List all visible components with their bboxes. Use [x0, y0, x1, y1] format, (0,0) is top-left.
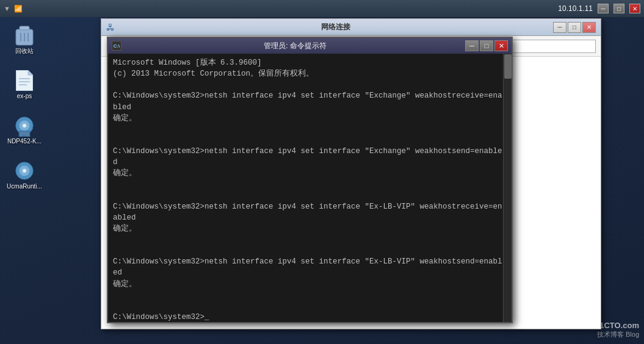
cmd-output: Microsoft Windows [版本 6.3.9600] (c) 2013…: [113, 57, 507, 322]
cmd-close-button[interactable]: ✕: [494, 40, 508, 51]
net-window-buttons: ─ □ ✕: [553, 22, 596, 33]
svg-marker-6: [28, 70, 33, 75]
desktop: ▼ 📶 10.10.1.11 ─ □ ✕ 回收站: [0, 0, 644, 344]
net-minimize-button[interactable]: ─: [553, 22, 566, 33]
net-maximize-button[interactable]: □: [568, 22, 581, 33]
net-window-title: 网络连接: [118, 22, 553, 32]
signal-icon: 📶: [14, 5, 23, 13]
svg-point-13: [24, 125, 26, 127]
top-maximize-button[interactable]: □: [613, 4, 624, 13]
ndp452-label: NDP452-K...: [7, 138, 42, 145]
cmd-titlebar: C:\ 管理员: 命令提示符 ─ □ ✕: [108, 38, 512, 54]
top-minimize-button[interactable]: ─: [598, 4, 609, 13]
cmd-scrollbar[interactable]: [503, 54, 512, 322]
cmd-body: Microsoft Windows [版本 6.3.9600] (c) 2013…: [108, 54, 512, 322]
net-window-icon: 🖧: [106, 23, 115, 32]
svg-rect-1: [20, 26, 29, 30]
watermark-line2: 技术博客 Blog: [595, 330, 639, 339]
ucmarunti-label: UcmaRunti...: [7, 183, 42, 190]
taskbar-top: ▼ 📶 10.10.1.11 ─ □ ✕: [0, 0, 644, 17]
cmd-title: 管理员: 命令提示符: [125, 41, 465, 51]
recycle-bin-icon[interactable]: 回收站: [3, 23, 46, 57]
cmd-minimize-button[interactable]: ─: [465, 40, 479, 51]
ucmarunti-icon[interactable]: UcmaRunti...: [3, 159, 46, 193]
desktop-icon-area: 回收站 ex-ps: [0, 17, 49, 199]
net-window-titlebar: 🖧 网络连接 ─ □ ✕: [101, 19, 601, 36]
cmd-window: C:\ 管理员: 命令提示符 ─ □ ✕ Microsoft Windows […: [107, 37, 513, 323]
cmd-window-buttons: ─ □ ✕: [465, 40, 508, 51]
net-search-box[interactable]: 🔍: [498, 40, 596, 53]
ip-address: 10.10.1.11: [558, 4, 593, 13]
cmd-icon: C:\: [112, 41, 121, 51]
top-close-button[interactable]: ✕: [629, 4, 640, 13]
ex-ps-icon[interactable]: ex-ps: [3, 68, 46, 102]
svg-point-19: [24, 170, 26, 172]
watermark: 51CTO.com 技术博客 Blog: [595, 321, 639, 339]
ndp452-icon[interactable]: NDP452-K...: [3, 113, 46, 148]
recycle-bin-label: 回收站: [15, 48, 34, 55]
watermark-line1: 51CTO.com: [595, 321, 639, 330]
cmd-scrollbar-thumb: [504, 54, 512, 79]
ex-ps-label: ex-ps: [17, 93, 32, 100]
net-close-button[interactable]: ✕: [582, 22, 596, 33]
svg-rect-15: [22, 135, 26, 137]
cmd-maximize-button[interactable]: □: [480, 40, 493, 51]
